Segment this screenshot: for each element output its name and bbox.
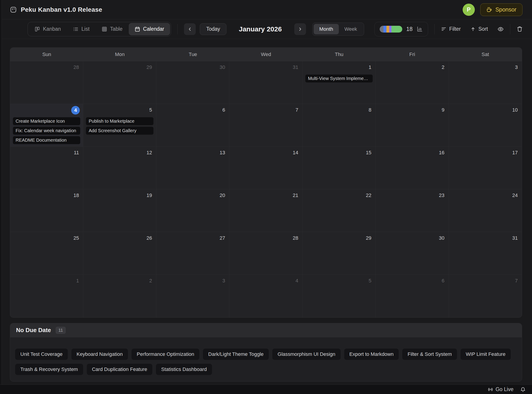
calendar-cell[interactable]: 6 xyxy=(156,104,229,147)
today-button[interactable]: Today xyxy=(200,23,226,35)
calendar-cell[interactable]: 20 xyxy=(156,189,229,232)
calendar-cell[interactable]: 11 xyxy=(10,147,83,189)
calendar-cell[interactable]: 23 xyxy=(376,189,449,232)
go-live-button[interactable]: Go Live xyxy=(488,386,513,392)
calendar-cell[interactable]: 2 xyxy=(83,275,156,317)
card-chip[interactable]: Unit Test Coverage xyxy=(15,349,68,360)
progress-stats-button[interactable]: 18 xyxy=(375,22,428,36)
calendar-cell[interactable]: 8 xyxy=(303,104,376,147)
card-chip[interactable]: Card Duplication Feature xyxy=(87,364,152,375)
calendar-cell[interactable]: 29 xyxy=(303,232,376,275)
date-wrap: 1 xyxy=(12,276,81,286)
sort-button[interactable]: Sort xyxy=(470,26,488,32)
date-number: 5 xyxy=(369,278,371,284)
calendar-cell[interactable]: 24 xyxy=(449,189,522,232)
card-chip[interactable]: Statistics Dashboard xyxy=(156,364,212,375)
list-icon xyxy=(73,26,78,32)
event-chip[interactable]: Multi-View System Impleme… xyxy=(305,75,373,83)
calendar-cell[interactable]: 30 xyxy=(156,61,229,104)
calendar-cell[interactable]: 18 xyxy=(10,189,83,232)
calendar-cell[interactable]: 22 xyxy=(303,189,376,232)
date-wrap: 5 xyxy=(305,276,373,286)
no-due-date-cards: Unit Test CoverageKeyboard NavigationPer… xyxy=(10,337,522,381)
calendar-cell[interactable]: 2 xyxy=(376,61,449,104)
toggle-month[interactable]: Month xyxy=(314,24,339,34)
calendar-cell[interactable]: 3 xyxy=(449,61,522,104)
progress-segment xyxy=(384,26,386,32)
calendar-cell[interactable]: 28 xyxy=(10,61,83,104)
calendar-cell[interactable]: 1 xyxy=(10,275,83,317)
event-chip[interactable]: README Documentation xyxy=(13,136,80,144)
broadcast-icon xyxy=(488,387,493,392)
date-number: 3 xyxy=(222,278,225,284)
calendar-cell[interactable]: 7 xyxy=(229,104,303,147)
calendar-cell[interactable]: 21 xyxy=(229,189,303,232)
calendar-cell[interactable]: 15 xyxy=(303,147,376,189)
tab-label: Kanban xyxy=(43,26,61,32)
card-chip[interactable]: WIP Limit Feature xyxy=(461,349,511,360)
card-chip[interactable]: Keyboard Navigation xyxy=(71,349,128,360)
calendar-cell[interactable]: 14 xyxy=(229,147,303,189)
calendar-cell[interactable]: 4Create Marketplace IconFix: Calendar we… xyxy=(10,104,83,147)
calendar-cell[interactable]: 4 xyxy=(229,275,303,317)
calendar-cell[interactable]: 9 xyxy=(376,104,449,147)
calendar-cell[interactable]: 29 xyxy=(83,61,156,104)
event-chip[interactable]: Add Screenshot Gallery xyxy=(86,127,153,135)
calendar-cell[interactable]: 3 xyxy=(156,275,229,317)
calendar-cell[interactable]: 27 xyxy=(156,232,229,275)
calendar-cell[interactable]: 7 xyxy=(449,275,522,317)
calendar-cell[interactable]: 25 xyxy=(10,232,83,275)
date-wrap: 2 xyxy=(378,63,446,73)
date-wrap: 5 xyxy=(85,106,154,116)
avatar[interactable]: P xyxy=(463,4,475,16)
date-number: 27 xyxy=(220,235,225,241)
calendar-cell[interactable]: 31 xyxy=(229,61,303,104)
calendar-cell[interactable]: 10 xyxy=(449,104,522,147)
sponsor-button[interactable]: Sponsor xyxy=(480,3,522,16)
calendar-cell[interactable]: 6 xyxy=(376,275,449,317)
card-chip[interactable]: Glassmorphism UI Design xyxy=(272,349,341,360)
prev-month-button[interactable] xyxy=(184,23,196,35)
calendar-cell[interactable]: 30 xyxy=(376,232,449,275)
date-number: 8 xyxy=(369,107,371,113)
card-chip[interactable]: Filter & Sort System xyxy=(402,349,457,360)
card-chip[interactable]: Export to Markdown xyxy=(344,349,399,360)
calendar-cell[interactable]: 19 xyxy=(83,189,156,232)
calendar-cell[interactable]: 1Multi-View System Impleme… xyxy=(303,61,376,104)
date-wrap: 2 xyxy=(85,276,154,286)
visibility-button[interactable] xyxy=(497,26,504,32)
calendar-cell[interactable]: 31 xyxy=(449,232,522,275)
bell-icon xyxy=(520,387,526,392)
calendar-cell[interactable]: 17 xyxy=(449,147,522,189)
event-chip[interactable]: Fix: Calendar week navigation xyxy=(13,127,80,135)
card-chip[interactable]: Dark/Light Theme Toggle xyxy=(203,349,269,360)
date-number: 9 xyxy=(442,107,444,113)
tab-table[interactable]: Table xyxy=(96,23,128,35)
notifications-button[interactable] xyxy=(520,387,526,392)
month-title: January 2026 xyxy=(235,25,286,33)
calendar-cell[interactable]: 16 xyxy=(376,147,449,189)
calendar-cell[interactable]: 5 xyxy=(303,275,376,317)
trash-button[interactable] xyxy=(517,26,523,32)
date-number: 19 xyxy=(146,192,152,198)
calendar-cell[interactable]: 12 xyxy=(83,147,156,189)
calendar-cell[interactable]: 28 xyxy=(229,232,303,275)
date-wrap: 30 xyxy=(159,63,227,73)
calendar-cell[interactable]: 26 xyxy=(83,232,156,275)
calendar-cell[interactable]: 5Publish to MarketplaceAdd Screenshot Ga… xyxy=(83,104,156,147)
tab-list[interactable]: List xyxy=(67,23,95,35)
tab-label: Table xyxy=(110,26,122,32)
card-chip[interactable]: Trash & Recovery System xyxy=(15,364,83,375)
next-month-button[interactable] xyxy=(294,23,306,35)
date-number: 6 xyxy=(442,278,444,284)
event-chip[interactable]: Create Marketplace Icon xyxy=(13,117,80,125)
event-chip[interactable]: Publish to Marketplace xyxy=(86,117,153,125)
calendar-cell[interactable]: 13 xyxy=(156,147,229,189)
toggle-week[interactable]: Week xyxy=(339,24,363,34)
sort-label: Sort xyxy=(478,26,488,32)
no-due-date-section: No Due Date 11 Unit Test CoverageKeyboar… xyxy=(10,323,522,382)
tab-kanban[interactable]: Kanban xyxy=(29,23,67,35)
tab-calendar[interactable]: Calendar xyxy=(129,23,170,35)
card-chip[interactable]: Performance Optimization xyxy=(131,349,199,360)
filter-button[interactable]: Filter xyxy=(441,26,461,32)
